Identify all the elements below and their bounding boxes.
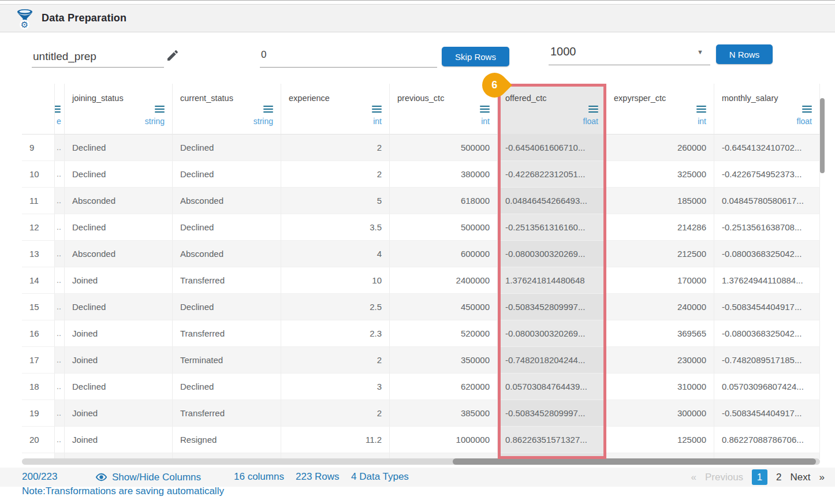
table-cell-current_status[interactable]: Declined: [173, 135, 281, 161]
table-cell-expyrsper_ctc[interactable]: 300000: [606, 400, 714, 427]
n-rows-select[interactable]: 1000 ▼: [549, 40, 710, 65]
table-cell-experience[interactable]: 3: [281, 374, 390, 400]
table-cell-joining_status[interactable]: Absconded: [65, 188, 173, 214]
column-header-current_status[interactable]: current_statusstring: [173, 84, 281, 135]
table-cell-previous_ctc[interactable]: 620000: [390, 374, 498, 400]
table-cell-joining_status[interactable]: Joined: [65, 320, 173, 347]
vertical-scrollbar[interactable]: [820, 98, 825, 173]
table-cell-joining_status[interactable]: Declined: [65, 294, 173, 320]
column-header-expyrsper_ctc[interactable]: expyrsper_ctcint: [606, 84, 714, 135]
column-menu-icon[interactable]: [480, 106, 490, 114]
table-cell-joining_status[interactable]: Joined: [65, 427, 173, 453]
table-cell-offered_ctc[interactable]: -0.7482018204244...: [498, 347, 606, 374]
edit-pencil-icon[interactable]: [166, 48, 180, 62]
table-cell-joining_status[interactable]: Declined: [65, 374, 173, 400]
table-cell-previous_ctc[interactable]: 520000: [390, 320, 498, 347]
table-cell-joining_status[interactable]: Joined: [65, 267, 173, 294]
table-cell-experience[interactable]: 3.5: [281, 214, 390, 241]
table-cell-previous_ctc[interactable]: 2400000: [390, 267, 498, 294]
table-cell-expyrsper_ctc[interactable]: 212500: [606, 241, 714, 267]
table-cell-previous_ctc[interactable]: 385000: [390, 400, 498, 427]
previous-button[interactable]: Previous: [705, 472, 743, 483]
table-cell-previous_ctc[interactable]: 380000: [390, 161, 498, 188]
column-header-joining_status[interactable]: joining_statusstring: [65, 84, 173, 135]
table-cell-expyrsper_ctc[interactable]: 170000: [606, 267, 714, 294]
table-cell-experience[interactable]: 2.3: [281, 320, 390, 347]
column-menu-icon[interactable]: [263, 106, 273, 114]
page-2-button[interactable]: 2: [776, 472, 781, 483]
table-cell-offered_ctc[interactable]: -0.5083452809997...: [498, 294, 606, 320]
table-cell-current_status[interactable]: Absconded: [173, 241, 281, 267]
n-rows-button[interactable]: N Rows: [716, 44, 773, 64]
table-cell-offered_ctc[interactable]: -0.6454061606710...: [498, 135, 606, 161]
horizontal-scrollbar[interactable]: [22, 458, 820, 465]
table-cell-expyrsper_ctc[interactable]: 369565: [606, 320, 714, 347]
table-cell-monthly_salary[interactable]: -0.4226754952373...: [714, 161, 820, 188]
table-cell-offered_ctc[interactable]: 0.04846454266493...: [498, 188, 606, 214]
column-menu-icon[interactable]: [372, 106, 382, 114]
table-cell-previous_ctc[interactable]: 600000: [390, 241, 498, 267]
column-menu-icon[interactable]: [696, 106, 706, 114]
table-cell-monthly_salary[interactable]: 0.05703096807424...: [714, 374, 820, 400]
table-cell-previous_ctc[interactable]: 350000: [390, 347, 498, 374]
table-cell-current_status[interactable]: Declined: [173, 294, 281, 320]
table-cell-offered_ctc[interactable]: -0.5083452809997...: [498, 400, 606, 427]
table-cell-joining_status[interactable]: Joined: [65, 347, 173, 374]
table-cell-monthly_salary[interactable]: -0.2513561638708...: [714, 214, 820, 241]
table-cell-joining_status[interactable]: Absconded: [65, 241, 173, 267]
table-cell-experience[interactable]: 2: [281, 400, 390, 427]
skip-rows-button[interactable]: Skip Rows: [442, 47, 509, 66]
table-cell-expyrsper_ctc[interactable]: 125000: [606, 427, 714, 453]
table-cell-expyrsper_ctc[interactable]: 260000: [606, 135, 714, 161]
table-cell-offered_ctc[interactable]: -0.0800300320269...: [498, 320, 606, 347]
table-cell-expyrsper_ctc[interactable]: 214286: [606, 214, 714, 241]
prep-name-input[interactable]: [32, 46, 164, 68]
table-cell-offered_ctc[interactable]: -0.0800300320269...: [498, 241, 606, 267]
table-cell-joining_status[interactable]: Declined: [65, 161, 173, 188]
column-header-offered_ctc[interactable]: offered_ctcfloat: [498, 84, 606, 135]
show-hide-columns-button[interactable]: Show/Hide Columns: [95, 471, 201, 483]
table-cell-previous_ctc[interactable]: 1000000: [390, 427, 498, 453]
table-cell-monthly_salary[interactable]: -0.0800368325042...: [714, 320, 820, 347]
table-cell-current_status[interactable]: Transferred: [173, 320, 281, 347]
table-cell-joining_status[interactable]: Declined: [65, 214, 173, 241]
next-arrow[interactable]: »: [819, 472, 825, 483]
table-cell-monthly_salary[interactable]: -0.5083454404917...: [714, 400, 820, 427]
column-header-monthly_salary[interactable]: monthly_salaryfloat: [714, 84, 820, 135]
table-cell-current_status[interactable]: Absconded: [173, 188, 281, 214]
horizontal-scrollbar-thumb[interactable]: [453, 458, 816, 465]
table-cell-offered_ctc[interactable]: -0.4226822312051...: [498, 161, 606, 188]
table-cell-current_status[interactable]: Declined: [173, 214, 281, 241]
table-cell-monthly_salary[interactable]: -0.6454132410702...: [714, 135, 820, 161]
table-cell-offered_ctc[interactable]: -0.2513561316160...: [498, 214, 606, 241]
table-cell-current_status[interactable]: Declined: [173, 161, 281, 188]
table-cell-joining_status[interactable]: Joined: [65, 400, 173, 427]
table-cell-current_status[interactable]: Transferred: [173, 267, 281, 294]
table-cell-monthly_salary[interactable]: -0.5083454404917...: [714, 294, 820, 320]
table-cell-monthly_salary[interactable]: 0.04845780580617...: [714, 188, 820, 214]
column-menu-icon[interactable]: [802, 106, 812, 114]
table-cell-monthly_salary[interactable]: -0.0800368325042...: [714, 241, 820, 267]
table-cell-experience[interactable]: 2: [281, 161, 390, 188]
previous-arrow[interactable]: «: [691, 472, 696, 483]
column-header-previous_ctc[interactable]: previous_ctcint: [390, 84, 498, 135]
table-cell-current_status[interactable]: Transferred: [173, 400, 281, 427]
table-cell-joining_status[interactable]: Declined: [65, 135, 173, 161]
column-header-experience[interactable]: experienceint: [281, 84, 390, 135]
table-cell-experience[interactable]: 4: [281, 241, 390, 267]
column-menu-icon[interactable]: [588, 106, 598, 114]
table-cell-monthly_salary[interactable]: -0.7482089517185...: [714, 347, 820, 374]
next-button[interactable]: Next: [791, 472, 811, 483]
skip-rows-input[interactable]: [260, 43, 437, 68]
table-cell-previous_ctc[interactable]: 500000: [390, 135, 498, 161]
table-cell-previous_ctc[interactable]: 500000: [390, 214, 498, 241]
page-1-button[interactable]: 1: [752, 469, 767, 485]
table-cell-experience[interactable]: 2.5: [281, 294, 390, 320]
table-cell-experience[interactable]: 11.2: [281, 427, 390, 453]
table-cell-previous_ctc[interactable]: 450000: [390, 294, 498, 320]
table-cell-offered_ctc[interactable]: 0.86226351571327...: [498, 427, 606, 453]
table-cell-expyrsper_ctc[interactable]: 185000: [606, 188, 714, 214]
table-cell-current_status[interactable]: Terminated: [173, 347, 281, 374]
table-cell-previous_ctc[interactable]: 618000: [390, 188, 498, 214]
table-cell-expyrsper_ctc[interactable]: 310000: [606, 374, 714, 400]
